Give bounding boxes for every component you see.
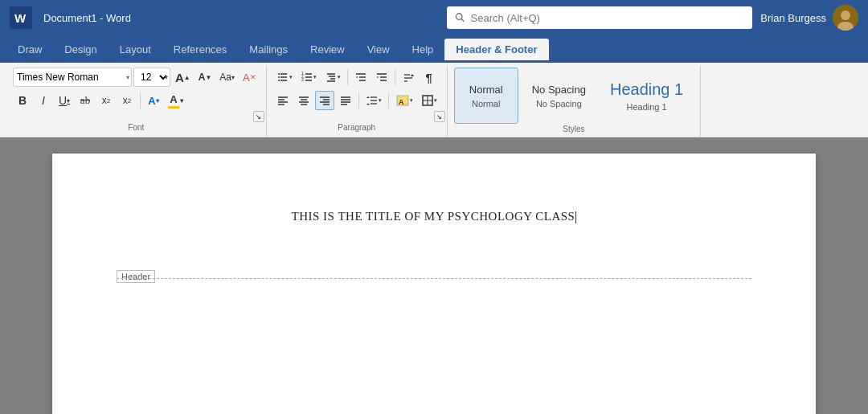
header-dashed-line: [117, 278, 751, 279]
tab-references[interactable]: References: [162, 39, 238, 60]
para-sep4: [388, 92, 389, 109]
document-body-title[interactable]: THIS IS THE TITLE OF MY PSYCHOLOGY CLASS: [292, 210, 577, 223]
style-heading1[interactable]: Heading 1 Heading 1: [600, 68, 694, 124]
tab-help[interactable]: Help: [401, 39, 445, 60]
title-bar: W Document1 - Word Brian Burgess: [0, 0, 868, 35]
text-cursor: [575, 211, 576, 223]
svg-line-3: [461, 18, 464, 21]
subscript-button[interactable]: x2: [96, 91, 116, 110]
shrink-font-button[interactable]: A▼: [195, 68, 215, 87]
style-normal[interactable]: Normal Normal: [454, 68, 518, 124]
text-highlight-button[interactable]: A▾: [144, 91, 163, 110]
svg-point-5: [841, 10, 850, 20]
user-avatar: [833, 5, 858, 31]
svg-text:W: W: [14, 11, 27, 25]
font-group-label: Font: [6, 123, 266, 132]
search-icon: [455, 12, 465, 23]
tab-header-footer[interactable]: Header & Footer: [444, 39, 548, 60]
numbering-button[interactable]: 1.2.3. ▾: [297, 68, 320, 87]
paragraph-dialog-button[interactable]: ↘: [434, 111, 445, 122]
tab-mailings[interactable]: Mailings: [238, 39, 299, 60]
svg-point-2: [457, 14, 463, 20]
increase-indent-button[interactable]: [372, 68, 391, 87]
italic-button[interactable]: I: [34, 91, 53, 110]
ribbon-tabs: Draw Design Layout References Mailings R…: [0, 35, 868, 63]
style-heading1-label: Heading 1: [626, 102, 666, 112]
svg-marker-55: [366, 104, 370, 105]
tab-layout[interactable]: Layout: [108, 39, 162, 60]
ribbon-toolbar: Times New Roman Calibri Arial ▾ 12 11 14…: [0, 63, 868, 137]
font-group: Times New Roman Calibri Arial ▾ 12 11 14…: [6, 66, 267, 137]
font-color-button[interactable]: A ▾: [165, 91, 186, 110]
header-label: Header: [117, 270, 155, 283]
font-size-select[interactable]: 12 11 14 16: [133, 68, 170, 87]
svg-point-11: [278, 76, 280, 78]
document-area: THIS IS THE TITLE OF MY PSYCHOLOGY CLASS…: [0, 137, 868, 414]
search-input[interactable]: [471, 12, 745, 24]
change-case-button[interactable]: Aa▾: [216, 68, 238, 87]
tab-review[interactable]: Review: [299, 39, 356, 60]
user-info: Brian Burgess: [760, 5, 858, 31]
style-no-spacing[interactable]: No Spacing No Spacing: [522, 68, 596, 124]
borders-button[interactable]: ▾: [418, 91, 440, 110]
user-name: Brian Burgess: [760, 12, 826, 24]
align-left-button[interactable]: [273, 91, 293, 110]
line-spacing-button[interactable]: ▾: [362, 91, 385, 110]
svg-marker-54: [366, 96, 370, 98]
clear-format-button[interactable]: A✕: [240, 68, 260, 87]
style-normal-preview: Normal: [469, 84, 503, 96]
strikethrough-button[interactable]: ab: [76, 91, 95, 110]
document-title-bar: Document1 - Word: [40, 12, 439, 24]
svg-point-10: [278, 73, 280, 75]
paragraph-group: ▾ 1.2.3. ▾ ▾ ¶: [267, 66, 448, 137]
style-normal-label: Normal: [472, 99, 500, 109]
font-name-select[interactable]: Times New Roman Calibri Arial: [13, 68, 132, 87]
svg-point-12: [278, 80, 280, 81]
document-page[interactable]: THIS IS THE TITLE OF MY PSYCHOLOGY CLASS…: [52, 154, 816, 414]
font-name-wrapper: Times New Roman Calibri Arial ▾: [13, 68, 132, 87]
svg-text:3.: 3.: [301, 77, 305, 82]
show-hide-button[interactable]: ¶: [420, 68, 439, 87]
font-size-wrapper: 12 11 14 16 ▾: [133, 68, 170, 87]
para-sep1: [347, 69, 348, 85]
font-separator: [140, 92, 141, 109]
svg-text:A: A: [399, 98, 404, 106]
decrease-indent-button[interactable]: [351, 68, 371, 87]
underline-button[interactable]: U▾: [55, 91, 74, 110]
tab-draw[interactable]: Draw: [6, 39, 53, 60]
justify-button[interactable]: [336, 91, 355, 110]
style-no-spacing-label: No Spacing: [536, 99, 582, 109]
style-no-spacing-preview: No Spacing: [532, 84, 586, 96]
svg-marker-26: [356, 76, 358, 78]
svg-marker-34: [411, 74, 414, 76]
tab-view[interactable]: View: [356, 39, 401, 60]
font-dialog-button[interactable]: ↘: [253, 111, 264, 122]
sort-button[interactable]: [399, 68, 418, 87]
superscript-button[interactable]: x2: [117, 91, 137, 110]
styles-group-label: Styles: [448, 125, 700, 133]
document-content: THIS IS THE TITLE OF MY PSYCHOLOGY CLASS: [117, 202, 751, 223]
align-center-button[interactable]: [294, 91, 313, 110]
paragraph-group-label: Paragraph: [267, 123, 447, 132]
grow-font-button[interactable]: A▲: [172, 68, 194, 87]
bold-button[interactable]: B: [13, 91, 32, 110]
styles-group: Normal Normal No Spacing No Spacing Head…: [448, 66, 701, 137]
app-logo: W: [10, 6, 32, 29]
shading-button[interactable]: A ▾: [392, 91, 416, 110]
search-box[interactable]: [447, 6, 752, 29]
para-sep2: [395, 69, 395, 85]
style-heading1-preview: Heading 1: [610, 80, 683, 99]
svg-marker-30: [377, 76, 379, 78]
para-sep3: [358, 92, 359, 109]
bullets-button[interactable]: ▾: [273, 68, 296, 87]
multilevel-list-button[interactable]: ▾: [321, 68, 344, 87]
align-right-button[interactable]: [315, 91, 334, 110]
tab-design[interactable]: Design: [53, 39, 108, 60]
